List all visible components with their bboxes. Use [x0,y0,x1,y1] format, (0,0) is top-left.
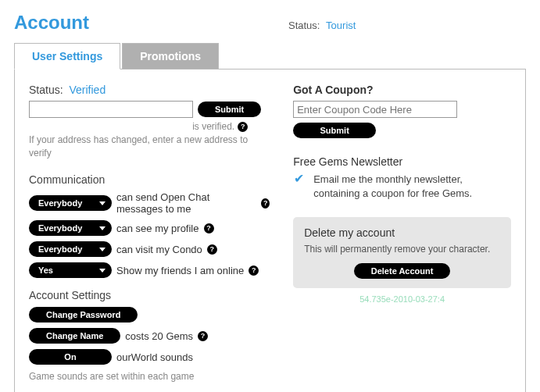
chevron-down-icon [99,201,105,205]
comm-text-profile: can see my profile [116,223,199,234]
comm-row-chat: Everybody can send Open Chat messages to… [29,191,270,215]
delete-account-button[interactable]: Delete Account [354,263,451,279]
help-icon[interactable]: ? [207,244,217,255]
sounds-text: ourWorld sounds [116,351,193,363]
change-name-button[interactable]: Change Name [29,328,120,344]
status-label: Status: [288,20,320,31]
version-text: 54.735e-2010-03-27:4 [293,294,511,304]
tab-promotions[interactable]: Promotions [122,43,219,69]
verify-status-value: Verified [69,84,105,96]
delete-text: This will permanently remove your charac… [304,243,500,255]
sounds-hint: Game sounds are set within each game [29,370,270,383]
chevron-down-icon [99,226,105,230]
account-settings-heading: Account Settings [29,289,270,301]
newsletter-text: Email me the monthly newsletter, contain… [313,173,511,200]
comm-row-condo: Everybody can visit my Condo ? [29,241,270,257]
comm-select-profile-value: Everybody [38,223,82,233]
chevron-down-icon [99,269,105,273]
coupon-heading: Got A Coupon? [293,84,511,96]
sounds-toggle-button[interactable]: On [29,349,112,365]
verified-hint: is verified. [192,120,234,134]
status-value: Tourist [326,20,356,31]
coupon-submit-button[interactable]: Submit [293,123,376,138]
header-status: Status: Tourist [288,20,356,31]
verify-status-label: Status: [29,84,63,96]
help-icon[interactable]: ? [238,122,248,132]
verify-status: Status: Verified [29,84,270,96]
help-icon[interactable]: ? [249,265,259,276]
comm-select-chat[interactable]: Everybody [29,195,112,211]
help-icon[interactable]: ? [204,223,214,233]
change-password-button[interactable]: Change Password [29,307,138,323]
comm-text-condo: can visit my Condo [116,244,202,255]
tab-user-settings[interactable]: User Settings [14,43,120,69]
panel-user-settings: Status: Verified Submit is verified. ? I… [14,69,526,392]
verify-submit-button[interactable]: Submit [198,102,261,117]
comm-select-online-value: Yes [38,265,53,275]
newsletter-heading: Free Gems Newsletter [293,155,511,168]
comm-select-online[interactable]: Yes [29,262,112,278]
comm-row-online: Yes Show my friends I am online ? [29,262,270,278]
address-changed-hint: If your address has changed, enter a new… [29,134,270,160]
comm-text-online: Show my friends I am online [116,265,244,276]
page-title: Account [14,12,89,34]
chevron-down-icon [99,248,105,251]
comm-select-condo-value: Everybody [38,244,82,254]
comm-select-profile[interactable]: Everybody [29,220,112,236]
email-input[interactable] [29,101,193,118]
comm-text-chat: can send Open Chat messages to me [116,191,256,215]
change-name-cost: costs 20 Gems [125,330,193,342]
delete-heading: Delete my account [304,226,500,239]
comm-select-condo[interactable]: Everybody [29,241,112,257]
coupon-input[interactable] [293,101,457,118]
delete-account-box: Delete my account This will permanently … [293,217,511,288]
communication-heading: Communication [29,173,270,186]
help-icon[interactable]: ? [261,198,270,208]
checkmark-icon[interactable] [293,173,307,187]
help-icon[interactable]: ? [198,331,208,341]
comm-select-chat-value: Everybody [38,198,82,208]
comm-row-profile: Everybody can see my profile ? [29,220,270,236]
